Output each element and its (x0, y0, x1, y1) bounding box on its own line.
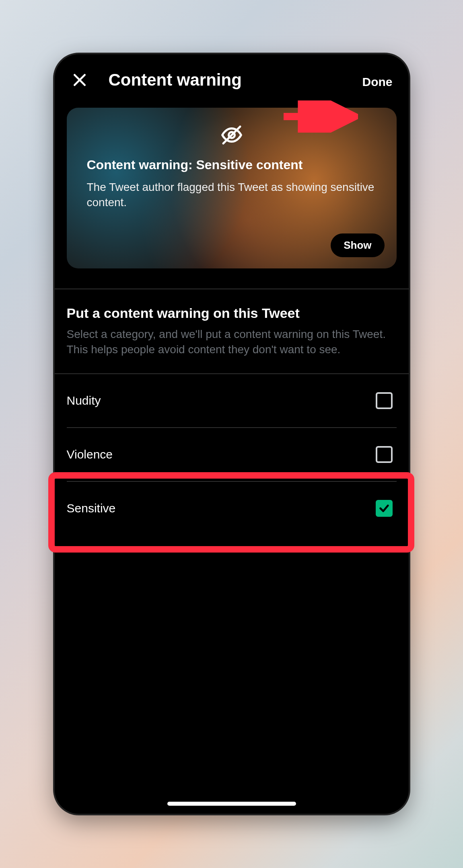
header-bar: Content warning Done (55, 54, 409, 98)
home-indicator (167, 802, 296, 806)
instructions-section: Put a content warning on this Tweet Sele… (55, 289, 409, 369)
option-label: Sensitive (67, 502, 116, 515)
content-warning-preview: Content warning: Sensitive content The T… (67, 108, 397, 268)
option-row-nudity[interactable]: Nudity (55, 374, 409, 427)
close-icon[interactable] (71, 71, 88, 89)
preview-body: The Tweet author flagged this Tweet as s… (87, 180, 377, 210)
done-button[interactable]: Done (362, 75, 393, 89)
option-row-sensitive[interactable]: Sensitive (55, 482, 409, 535)
option-row-violence[interactable]: Violence (55, 428, 409, 481)
option-label: Nudity (67, 394, 101, 407)
eye-off-icon (87, 124, 377, 146)
show-button[interactable]: Show (331, 233, 384, 257)
option-label: Violence (67, 448, 113, 461)
section-body: Select a category, and we'll put a conte… (67, 327, 397, 357)
checkbox-icon[interactable] (376, 446, 393, 463)
section-heading: Put a content warning on this Tweet (67, 305, 397, 321)
checkbox-icon[interactable] (376, 392, 393, 409)
checkbox-checked-icon[interactable] (376, 500, 393, 517)
page-title: Content warning (109, 70, 242, 90)
preview-heading: Content warning: Sensitive content (87, 158, 377, 172)
phone-frame: Content warning Done Content warning: Se… (55, 54, 409, 814)
